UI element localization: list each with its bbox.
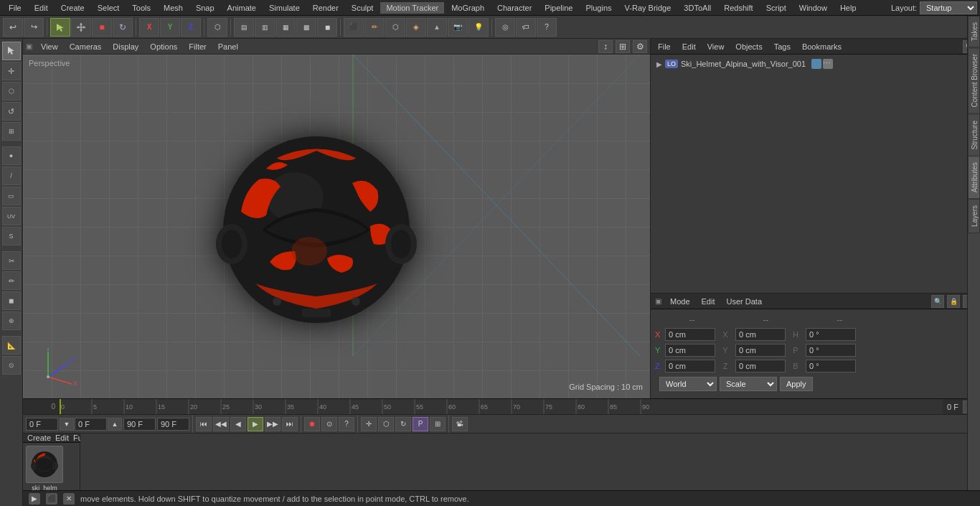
viewport-menu-cameras[interactable]: Cameras xyxy=(67,41,105,52)
menu-sculpt[interactable]: Sculpt xyxy=(346,2,380,14)
coord-z-pos[interactable] xyxy=(665,360,715,373)
viewport-maximize[interactable]: ↕ xyxy=(598,40,613,53)
viewport-menu-options[interactable]: Options xyxy=(147,41,180,52)
coord-z-rot[interactable] xyxy=(735,360,786,373)
motion-clip-btn[interactable]: 📽 xyxy=(452,417,468,431)
viewport-menu-filter[interactable]: Filter xyxy=(186,41,209,52)
move-tool-btn2[interactable]: ✛ xyxy=(361,417,377,431)
menu-simulate[interactable]: Simulate xyxy=(263,2,306,14)
menu-script[interactable]: Script xyxy=(760,2,792,14)
camera-button[interactable]: 📷 xyxy=(448,18,468,37)
menu-select[interactable]: Select xyxy=(92,2,126,14)
goto-start-button[interactable]: ⏮ xyxy=(196,417,212,431)
preview-end-input[interactable] xyxy=(157,418,189,431)
menu-animate[interactable]: Animate xyxy=(222,2,262,14)
render-region-button[interactable]: ▤ xyxy=(234,18,254,37)
scale-dropdown[interactable]: Scale xyxy=(720,377,777,391)
viewport-settings[interactable]: ⚙ xyxy=(633,40,647,53)
cube-button[interactable]: ⬛ xyxy=(344,18,364,37)
menu-vray-bridge[interactable]: V-Ray Bridge xyxy=(619,2,677,14)
tool-uv[interactable]: UV xyxy=(2,207,21,225)
play-forward-button[interactable]: ▶ xyxy=(248,417,263,431)
object-row-helmet[interactable]: ▶ LO Ski_Helmet_Alpina_with_Visor_001 ⋯ xyxy=(654,57,836,70)
start-frame-input[interactable] xyxy=(26,418,58,431)
tool-snap[interactable]: ⊙ xyxy=(2,356,21,375)
timeline-ruler[interactable]: 0 0 5 10 15 xyxy=(23,398,980,414)
tool-texture[interactable]: ◼ xyxy=(2,291,21,310)
viewport-menu-panel[interactable]: Panel xyxy=(215,41,241,52)
menu-pipeline[interactable]: Pipeline xyxy=(539,2,578,14)
coord-x-pos[interactable] xyxy=(665,328,715,341)
menu-mograph[interactable]: MoGraph xyxy=(446,2,490,14)
deformer-button[interactable]: ◈ xyxy=(406,18,426,37)
menu-character[interactable]: Character xyxy=(491,2,537,14)
z-axis-button[interactable]: Z xyxy=(181,18,201,37)
tool-edges[interactable]: / xyxy=(2,167,21,185)
menu-redshift[interactable]: Redshift xyxy=(718,2,758,14)
keyframe-button[interactable]: ? xyxy=(339,417,354,431)
coord-z-size[interactable] xyxy=(806,360,856,373)
menu-motion-tracker[interactable]: Motion Tracker xyxy=(380,2,444,14)
menu-plugins[interactable]: Plugins xyxy=(580,2,617,14)
attr-search[interactable]: 🔍 xyxy=(931,295,944,308)
render-settings-button[interactable]: ◼ xyxy=(317,18,337,37)
y-axis-button[interactable]: Y xyxy=(160,18,180,37)
interactive-render-button[interactable]: ▩ xyxy=(296,18,316,37)
menu-render[interactable]: Render xyxy=(307,2,344,14)
undo-button[interactable]: ↩ xyxy=(3,18,23,37)
asset-item[interactable]: ski_helm xyxy=(26,446,63,492)
auto-key-button[interactable]: ⊙ xyxy=(321,417,337,431)
object-button[interactable]: ⬡ xyxy=(207,18,227,37)
viewport-menu-display[interactable]: Display xyxy=(110,41,141,52)
tool-scale[interactable]: ⬡ xyxy=(2,82,21,100)
grid-btn[interactable]: ⊞ xyxy=(430,417,446,431)
tool-cursor[interactable] xyxy=(2,42,21,60)
menu-mesh[interactable]: Mesh xyxy=(158,2,189,14)
coord-y-rot[interactable] xyxy=(735,344,786,357)
tool-measure[interactable]: 📐 xyxy=(2,336,21,355)
select-mode-button[interactable] xyxy=(50,18,70,37)
render-button[interactable]: ▦ xyxy=(275,18,296,37)
move-button[interactable] xyxy=(71,18,91,37)
scene-button[interactable]: ▲ xyxy=(427,18,447,37)
scale-tool-btn2[interactable]: ⬡ xyxy=(378,417,394,431)
menu-help[interactable]: Help xyxy=(834,2,862,14)
tab-attributes[interactable]: Attributes xyxy=(968,156,980,199)
spline-button[interactable]: ✏ xyxy=(364,18,385,37)
tab-structure[interactable]: Structure xyxy=(968,114,980,156)
asset-menu-create[interactable]: Create xyxy=(27,434,51,442)
tool-pen[interactable]: ✏ xyxy=(2,271,21,290)
tool-knife[interactable]: ✂ xyxy=(2,251,21,270)
object-tag-1[interactable] xyxy=(811,59,821,69)
play-back-step-button[interactable]: ◀◀ xyxy=(213,417,229,431)
menu-snap[interactable]: Snap xyxy=(190,2,220,14)
scale-button[interactable]: ■ xyxy=(92,18,112,37)
rotate-button[interactable]: ↻ xyxy=(113,18,133,37)
attr-menu-userdata[interactable]: User Data xyxy=(724,296,765,307)
x-axis-button[interactable]: X xyxy=(139,18,159,37)
tag-button[interactable]: 🏷 xyxy=(516,18,536,37)
prev-frame-spinner-up[interactable]: ▲ xyxy=(108,418,122,431)
nurbs-button[interactable]: ⬡ xyxy=(385,18,405,37)
viewport[interactable]: Perspective xyxy=(23,55,650,398)
viewport-menu-view[interactable]: View xyxy=(38,41,61,52)
rotate-tool-btn2[interactable]: ↻ xyxy=(395,417,411,431)
tool-transform[interactable]: ⊞ xyxy=(2,122,21,141)
attr-lock[interactable]: 🔒 xyxy=(947,295,960,308)
tool-move[interactable]: ✛ xyxy=(2,62,21,80)
tool-polygons[interactable]: ▭ xyxy=(2,187,21,205)
tool-s[interactable]: S xyxy=(2,227,21,245)
obj-menu-edit[interactable]: Edit xyxy=(679,41,699,52)
tool-points[interactable]: ● xyxy=(2,146,21,165)
redo-button[interactable]: ↪ xyxy=(24,18,44,37)
menu-3dtoall[interactable]: 3DToAll xyxy=(678,2,717,14)
help-button[interactable]: ? xyxy=(537,18,557,37)
tool-rotate[interactable]: ↺ xyxy=(2,102,21,121)
prev-frame-spinner-down[interactable]: ▼ xyxy=(60,418,74,431)
play-back-button[interactable]: ◀ xyxy=(230,417,246,431)
menu-create[interactable]: Create xyxy=(55,2,90,14)
tab-content-browser[interactable]: Content Browser xyxy=(968,47,980,113)
coord-y-pos[interactable] xyxy=(665,344,715,357)
record-button[interactable]: ⏺ xyxy=(304,417,320,431)
object-tag-2[interactable]: ⋯ xyxy=(823,59,833,69)
